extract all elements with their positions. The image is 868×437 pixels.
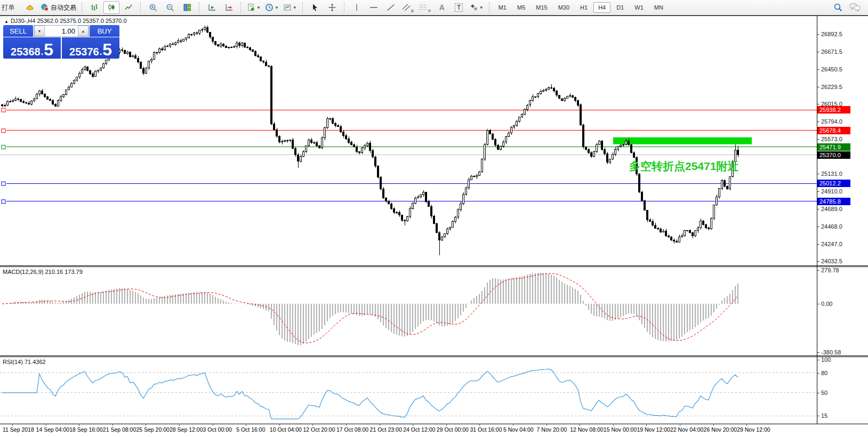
trendline-button[interactable] [383,1,399,14]
place-order-button[interactable]: 打单 [1,1,21,14]
arrows-tool-button[interactable]: ▼ [468,1,485,14]
cursor-button[interactable] [307,1,323,14]
buy-price[interactable]: 25376 . 5 [62,37,119,59]
date-tick [146,424,146,426]
axis-price-label: 80 [821,370,827,376]
timeframe-button-h4[interactable]: H4 [593,2,610,13]
bar-chart-button[interactable] [86,1,102,14]
axis-price-label: 15 [821,412,827,419]
price-chart-canvas[interactable]: 多空转折点25471附近 [0,16,817,265]
vertical-line-icon [353,3,360,12]
highlight-zone-rect[interactable] [613,137,752,144]
candlestick-button[interactable] [103,1,119,14]
axis-tick [817,52,819,52]
fibonacci-button[interactable]: F [417,1,433,14]
panel-border [0,355,868,356]
chart-shift-button[interactable] [221,1,237,14]
date-tick [513,424,513,426]
axis-price-label: 24247.0 [821,241,842,247]
toolbar-separator [489,2,491,13]
chart-template-button[interactable]: ▼ [282,1,299,14]
text-tool-button[interactable]: A [434,1,450,14]
chat-button[interactable] [847,1,863,14]
sell-price-main: 25368 [11,46,41,57]
date-tick [413,424,413,426]
rsi-chart-canvas[interactable] [0,357,817,424]
vertical-line-button[interactable] [349,1,365,14]
buy-button[interactable]: BUY [90,25,119,37]
line-chart-button[interactable] [120,1,136,14]
timeframe-button-m5[interactable]: M5 [512,2,530,13]
auto-scroll-icon [207,3,216,12]
axis-price-label: 26671.5 [821,48,842,55]
crosshair-icon [328,3,336,12]
volume-increase-button[interactable]: ▲ [78,26,89,36]
date-label: 15 Nov 00:00 [604,426,637,433]
date-tick [746,424,747,426]
chart-shift-icon [224,3,234,12]
annotation-text[interactable]: 多空转折点25471附近 [629,160,738,173]
periods-clock-button[interactable]: ▼ [263,1,280,14]
date-label: 18 Sep 16:00 [69,426,102,433]
timeframe-button-w1[interactable]: W1 [630,2,648,13]
level-line-handle[interactable] [2,200,5,204]
date-label: 17 Oct 08:00 [336,426,368,433]
toolbar-separator [199,2,200,13]
level-line-handle[interactable] [2,145,5,149]
sell-button[interactable]: SELL [3,25,33,37]
timeframe-button-d1[interactable]: D1 [612,2,629,13]
crosshair-button[interactable] [324,1,340,14]
auto-scroll-button[interactable] [204,1,220,14]
timeframe-button-m15[interactable]: M15 [531,2,552,13]
chart-title: ▲DJ30-,H4 25362.0 25375.0 25357.0 25370.… [4,18,127,24]
dropdown-caret-icon: ▼ [479,5,484,10]
axis-tick [817,373,819,374]
new-order-button[interactable]: ▼ [245,1,262,14]
fibo-glyph: F [428,9,431,13]
axis-tick [817,174,819,174]
toolbar-separator [240,2,242,13]
axis-tick [817,122,819,122]
sell-price[interactable]: 25368 . 5 [3,37,61,59]
axis-price-label: 24689.0 [821,206,842,212]
volume-decrease-button[interactable]: ▼ [34,26,45,36]
horizontal-line-button[interactable] [366,1,382,14]
date-tick [346,424,347,426]
axis-tick [817,304,819,304]
axis-tick [817,191,819,192]
date-tick [680,424,680,426]
text-label-button[interactable]: T [451,1,467,14]
level-line-handle[interactable] [2,108,5,112]
date-label: 12 Nov 08:00 [570,426,603,433]
timeframe-button-h1[interactable]: H1 [575,2,592,13]
zoom-in-icon [149,3,158,12]
bar-chart-icon [90,3,99,12]
timeframe-button-m1[interactable]: M1 [494,2,511,13]
price-level-badge: 25370.0 [817,151,850,159]
level-line-handle[interactable] [2,129,5,133]
autotrading-button[interactable]: 自动交易 [39,1,78,14]
timeframe-button-mn[interactable]: MN [649,2,668,13]
zoom-in-button[interactable] [145,1,161,14]
tile-windows-button[interactable] [179,1,195,14]
equidistant-channel-button[interactable]: E [400,1,416,14]
timeframe-button-m30[interactable]: M30 [553,2,574,13]
axis-tick [817,393,819,393]
chart-area: 多空转折点25471附近 ▲DJ30-,H4 25362.0 25375.0 2… [0,15,868,437]
date-label: 10 Oct 04:00 [270,426,302,433]
price-axis: 26892.526671.526450.526229.526015.025794… [817,15,868,437]
search-button[interactable] [830,1,846,14]
macd-chart-canvas[interactable] [0,267,817,355]
one-click-trading-panel: SELL ▼ ▲ BUY 25368 . 5 25376 . 5 [3,25,119,59]
rsi-label: RSI(14) 71.4362 [3,359,46,365]
axis-price-label: 26229.5 [821,84,842,90]
tile-windows-icon [183,3,191,12]
gold-ingot-button[interactable] [22,1,38,14]
date-tick [613,424,614,426]
date-label: 21 Sep 08:00 [103,426,136,433]
level-line-handle[interactable] [2,182,5,185]
date-tick [446,424,447,426]
zoom-out-button[interactable] [162,1,178,14]
date-label: 14 Sep 04:00 [36,426,69,433]
volume-input[interactable] [45,26,78,36]
